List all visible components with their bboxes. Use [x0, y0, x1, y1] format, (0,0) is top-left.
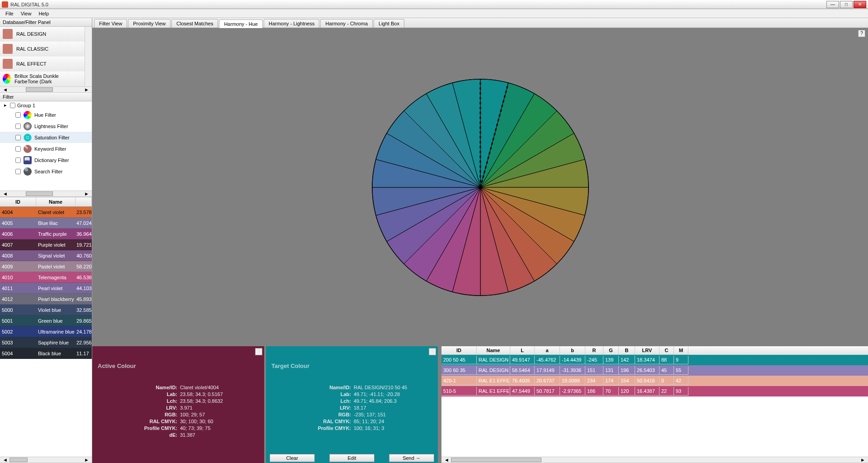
th-id[interactable]: ID	[0, 197, 36, 206]
swatch-icon	[3, 29, 13, 39]
filter-label: Keyword Filter	[34, 146, 66, 152]
kv-key: Name/ID:	[100, 385, 177, 390]
filter-checkbox[interactable]	[15, 124, 21, 129]
edit-button[interactable]: Edit	[329, 454, 375, 462]
filter-label: Saturation Filter	[34, 135, 70, 140]
table-row[interactable]: 200 50 45RAL DESIGN49.9147-45.4762-14.44…	[441, 355, 868, 365]
table-row[interactable]: 4010Telemagenta46.538	[0, 272, 92, 283]
th-R[interactable]: R	[585, 346, 603, 355]
table-row[interactable]: 5003Sapphire blue22.956	[0, 337, 92, 348]
filter-checkbox[interactable]	[15, 112, 21, 118]
db-ral-effect[interactable]: RAL EFFECT	[0, 57, 85, 72]
th-B[interactable]: B	[619, 346, 635, 355]
tab-harmony-hue[interactable]: Harmony - Hue	[219, 19, 263, 28]
db-vscroll[interactable]	[85, 27, 92, 86]
db-ral-design[interactable]: RAL DESIGN	[0, 27, 85, 42]
table-row[interactable]: 4011Pearl violet44.103	[0, 283, 92, 294]
send-button[interactable]: Send →	[389, 454, 434, 462]
table-row[interactable]: 4009Pastel violet58.220	[0, 261, 92, 272]
help-button[interactable]: ?	[858, 30, 865, 37]
table-row[interactable]: 4008Signal violet40.760	[0, 250, 92, 261]
th-val[interactable]	[76, 197, 92, 206]
th-Name[interactable]: Name	[477, 346, 510, 355]
table-row[interactable]: 5002Ultramarine blue24.178	[0, 326, 92, 337]
group-checkbox[interactable]	[10, 103, 15, 108]
kv-key: LRV:	[100, 405, 177, 410]
filter-hue[interactable]: Hue Filter	[0, 109, 92, 120]
kv-val: 23.58; 34.3; 0.5167	[180, 391, 223, 397]
table-row[interactable]: 4005Blue lilac47.024	[0, 218, 92, 229]
clear-button[interactable]: Clear	[270, 454, 315, 462]
kv-val: 18.17	[354, 405, 366, 410]
filter-dict[interactable]: Dictionary Filter	[0, 154, 92, 166]
table-row[interactable]: 5001Green blue29.865	[0, 315, 92, 326]
tab-harmony-chroma[interactable]: Harmony - Chroma	[320, 19, 373, 28]
filter-label: Search Filter	[34, 169, 62, 174]
table-row[interactable]: 4012Pearl blackberry45.893	[0, 294, 92, 305]
result-hscroll[interactable]: ◄►	[441, 457, 868, 463]
tab-harmony-lightness[interactable]: Harmony - Lightness	[264, 19, 320, 28]
tab-light-box[interactable]: Light Box	[374, 19, 404, 28]
filter-key[interactable]: Keyword Filter	[0, 143, 92, 154]
tab-filter-view[interactable]: Filter View	[94, 19, 127, 28]
target-colour-title: Target Colour	[266, 346, 438, 369]
th-L[interactable]: L	[510, 346, 535, 355]
table-row[interactable]: 5000Violet blue32.585	[0, 305, 92, 315]
filter-checkbox[interactable]	[15, 146, 21, 152]
kv-val: 3.971	[180, 405, 193, 410]
th-name[interactable]: Name	[36, 197, 76, 206]
light-icon	[24, 122, 32, 130]
filter-checkbox[interactable]	[15, 158, 21, 163]
db-hscroll[interactable]: ◄►	[0, 86, 92, 93]
tab-proximity-view[interactable]: Proximity View	[128, 19, 171, 28]
filter-checkbox[interactable]	[15, 135, 21, 140]
filter-group[interactable]: ▸ Group 1	[0, 101, 92, 109]
th-LRV[interactable]: LRV	[635, 346, 659, 355]
help-button[interactable]: ?	[429, 348, 436, 355]
window-title: RAL DIGITAL 5.0	[10, 2, 826, 7]
table-row[interactable]: 4007Purple violet19.721	[0, 239, 92, 250]
table-row[interactable]: 420-1RAL E1 EFFECT76.400520.673719.00882…	[441, 376, 868, 386]
kv-key: Lch:	[274, 398, 351, 404]
th-ID[interactable]: ID	[441, 346, 477, 355]
maximize-button[interactable]: □	[840, 1, 853, 8]
table-row[interactable]: 510-5RAL E1 EFFECT47.544950.7817-2.97365…	[441, 386, 868, 396]
filter-light[interactable]: Lightness Filter	[0, 120, 92, 132]
kv-key: RGB:	[100, 412, 177, 417]
menu-file[interactable]: File	[2, 10, 17, 17]
expand-icon[interactable]: ▸	[3, 102, 8, 108]
kv-val: 100; 29; 57	[180, 412, 205, 417]
th-G[interactable]: G	[603, 346, 619, 355]
filter-hscroll[interactable]: ◄►	[0, 191, 92, 197]
table-row[interactable]: 300 60 35RAL DESIGN58.546417.9149-31.393…	[441, 365, 868, 376]
table-row[interactable]: 4006Traffic purple36.964	[0, 229, 92, 239]
th-M[interactable]: M	[674, 346, 688, 355]
db-brillux[interactable]: Brillux Scala Dunkle FarbeTone (Dark	[0, 72, 85, 86]
kv-val: RAL DESIGN/210 50 45	[354, 385, 407, 390]
close-button[interactable]: ✕	[854, 1, 866, 8]
filter-checkbox[interactable]	[15, 169, 21, 174]
table-row[interactable]: 5004Black blue11.17	[0, 348, 92, 359]
filter-search[interactable]: Search Filter	[0, 166, 92, 177]
kv-val: -235; 137; 151	[354, 412, 386, 417]
hue-wheel[interactable]	[370, 76, 591, 298]
minimize-button[interactable]: —	[826, 1, 839, 8]
db-ral-classic[interactable]: RAL CLASSIC	[0, 42, 85, 57]
colour-hscroll[interactable]: ◄►	[0, 457, 92, 463]
table-row[interactable]: 4004Claret violet23.578	[0, 207, 92, 218]
th-a[interactable]: a	[535, 346, 560, 355]
kv-val: Claret violet/4004	[180, 385, 219, 390]
filter-label: Lightness Filter	[34, 124, 68, 129]
help-button[interactable]: ?	[255, 348, 262, 355]
menubar: File View Help	[0, 9, 868, 18]
db-filter-header: Database/Filter Panel	[0, 18, 92, 27]
left-panel: Database/Filter Panel RAL DESIGN RAL CLA…	[0, 18, 92, 463]
tab-closest-matches[interactable]: Closest Matches	[171, 19, 218, 28]
th-C[interactable]: C	[659, 346, 674, 355]
kv-key: Profile CMYK:	[274, 425, 351, 431]
menu-help[interactable]: Help	[35, 10, 52, 17]
filter-sat[interactable]: Saturation Filter	[0, 132, 92, 143]
kv-val: 30; 100; 30; 60	[180, 419, 213, 424]
menu-view[interactable]: View	[17, 10, 35, 17]
th-b[interactable]: b	[560, 346, 585, 355]
